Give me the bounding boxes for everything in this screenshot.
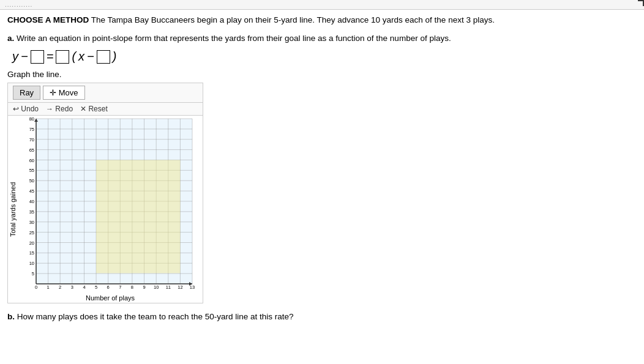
graph-canvas[interactable]: 80 75 70 65 60 55 50 45 40 35 30 25 20 1… [18,116,203,303]
svg-text:9: 9 [143,284,145,290]
part-b-description: How many plays does it take the team to … [17,312,294,321]
part-a-text: a. Write an equation in point-slope form… [7,32,637,45]
svg-text:4: 4 [83,284,85,290]
svg-text:0: 0 [35,284,37,290]
svg-text:40: 40 [29,199,34,204]
graph-label: Graph the line. [7,70,637,79]
svg-text:80: 80 [29,116,34,122]
svg-text:60: 60 [29,158,34,163]
minus-sign-2: − [87,50,94,64]
svg-text:35: 35 [29,209,34,215]
svg-text:11: 11 [166,284,171,290]
close-paren: ) [113,50,117,64]
svg-text:10: 10 [154,284,159,290]
graph-container: Ray ✛ Move ↩ Undo → Redo ✕ Reset Total y… [7,83,203,303]
minus-sign-1: − [21,50,28,64]
problem-header: CHOOSE A METHOD The Tampa Bay Buccaneers… [7,15,637,26]
x-axis-label: Number of plays [18,293,203,303]
graph-svg[interactable]: 80 75 70 65 60 55 50 45 40 35 30 25 20 1… [18,116,195,293]
svg-text:5: 5 [32,271,34,277]
svg-text:2: 2 [59,284,61,290]
part-b-text: b. How many plays does it take the team … [7,311,637,323]
main-content: CHOOSE A METHOD The Tampa Bay Buccaneers… [0,10,644,328]
svg-rect-66 [96,160,180,273]
svg-text:25: 25 [29,230,34,236]
equation-box-1[interactable] [31,50,44,64]
y-variable: y [12,50,18,64]
problem-text: The Tampa Bay Buccaneers begin a play on… [89,15,495,24]
svg-text:75: 75 [29,127,34,132]
move-button[interactable]: ✛ Move [43,86,84,100]
equation-area: y − = ( x − ) [12,50,637,64]
svg-text:55: 55 [29,168,34,174]
corner-bracket [638,0,644,6]
svg-text:12: 12 [178,284,182,290]
svg-text:13: 13 [190,284,195,290]
equals-sign: = [47,50,54,64]
y-axis-label: Total yards gained [8,116,18,303]
svg-text:1: 1 [47,284,50,290]
undo-button[interactable]: ↩ Undo [13,105,39,113]
part-a-label: a. [7,34,14,43]
svg-text:45: 45 [29,188,34,194]
toolbar-row1: Ray ✛ Move [8,83,203,103]
equation-box-2[interactable] [56,50,69,64]
svg-text:8: 8 [131,284,133,290]
svg-text:6: 6 [107,284,110,290]
reset-button[interactable]: ✕ Reset [80,105,108,113]
part-b-label: b. [7,312,15,321]
x-variable: x [78,50,84,64]
graph-area: Total yards gained [8,116,203,303]
equation-box-3[interactable] [97,50,110,64]
ray-button[interactable]: Ray [13,86,40,100]
svg-text:10: 10 [29,261,34,266]
svg-text:3: 3 [71,284,73,290]
toolbar-row2: ↩ Undo → Redo ✕ Reset [8,103,203,116]
choose-method-label: CHOOSE A METHOD [7,15,89,24]
svg-text:15: 15 [29,251,34,256]
svg-text:30: 30 [29,220,34,225]
svg-text:50: 50 [29,178,34,184]
svg-text:65: 65 [29,147,34,153]
part-a-description: Write an equation in point-slope form th… [17,34,451,43]
svg-text:5: 5 [95,284,97,290]
svg-text:7: 7 [119,284,121,290]
dots-icon: ............ [5,1,32,8]
svg-text:70: 70 [29,137,34,143]
svg-text:20: 20 [29,240,34,246]
top-bar: ............ [0,0,644,10]
open-paren: ( [72,50,76,64]
redo-button[interactable]: → Redo [46,105,73,113]
